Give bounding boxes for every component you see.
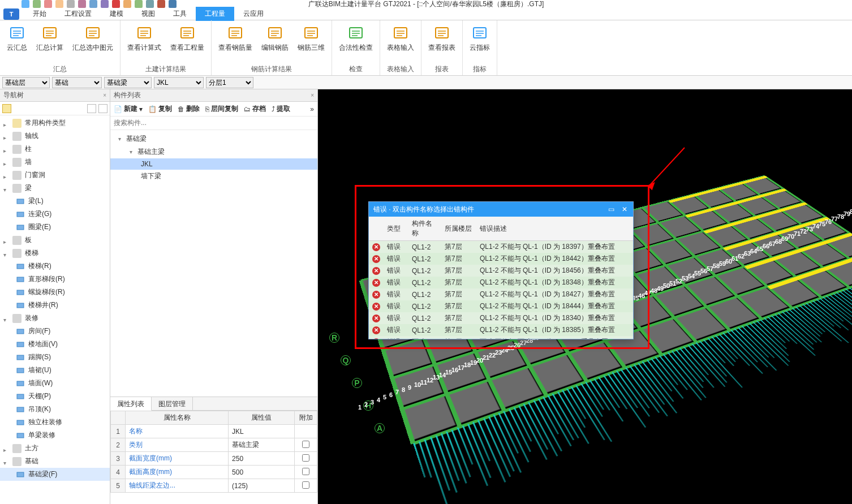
error-row[interactable]: ✕错误QL1-2第7层QL1-2 不能与 QL-1（ID 为 18444）重叠布… — [369, 300, 633, 312]
expand-icon[interactable] — [3, 160, 9, 165]
ribbon-btn-bar-3d[interactable]: 钢筋三维 — [295, 23, 327, 54]
component-search-input[interactable] — [110, 117, 317, 129]
layer-copy-button[interactable]: ⎘ 层间复制 — [205, 104, 238, 114]
nav-subitem-8-3[interactable]: 墙裙(U) — [0, 364, 110, 377]
qat-open-icon[interactable] — [55, 0, 63, 8]
qat-a1-icon[interactable] — [112, 0, 120, 8]
nav-view-grid-icon[interactable] — [98, 104, 107, 113]
component-tree-item-3[interactable]: 墙下梁 — [110, 170, 317, 183]
expand-icon[interactable] — [3, 238, 9, 243]
expand-icon[interactable] — [3, 173, 9, 178]
floor-select[interactable]: 基础层 — [2, 77, 50, 88]
expand-icon[interactable] — [3, 251, 9, 256]
error-row[interactable]: ✕错误QL1-2第7层QL1-2 不能与 QL-1（ID 为 18442）重叠布… — [369, 253, 633, 265]
extract-button[interactable]: ⤴ 提取 — [272, 104, 290, 114]
ribbon-btn-edit-bar[interactable]: 编辑钢筋 — [259, 23, 291, 54]
expand-icon[interactable] — [118, 135, 124, 140]
qat-a2-icon[interactable] — [123, 0, 131, 8]
prop-row-check[interactable] — [295, 452, 317, 466]
component-toolbar-more-icon[interactable]: » — [310, 105, 314, 113]
dialog-maximize-icon[interactable]: ▭ — [607, 205, 615, 213]
dialog-close-icon[interactable]: ✕ — [621, 205, 629, 213]
nav-subitem-5-2[interactable]: 圈梁(E) — [0, 221, 110, 234]
prop-row-value[interactable]: 250 — [229, 452, 295, 466]
ribbon-btn-sigma[interactable]: 汇总计算 — [34, 23, 66, 54]
nav-subitem-7-0[interactable]: 楼梯(R) — [0, 260, 110, 273]
app-logo[interactable]: T — [3, 8, 19, 20]
qat-a3-icon[interactable] — [135, 0, 143, 8]
qat-more-icon[interactable] — [67, 0, 75, 8]
error-row[interactable]: ✕错误面砖第7层面砖 不能与 面砖（ID 为 54993）重叠布置 — [369, 336, 633, 339]
type-select[interactable]: 基础梁 — [104, 77, 152, 88]
copy-button[interactable]: 📋 复制 — [148, 104, 172, 114]
nav-subitem-7-1[interactable]: 直形梯段(R) — [0, 273, 110, 286]
nav-item-8[interactable]: 装修 — [0, 312, 110, 325]
nav-item-6[interactable]: 板 — [0, 234, 110, 247]
nav-item-10[interactable]: 基础 — [0, 455, 110, 468]
error-row[interactable]: ✕错误QL1-2第7层QL1-2 不能与 QL-1（ID 为 18348）重叠布… — [369, 277, 633, 288]
property-tab-1[interactable]: 图层管理 — [152, 397, 193, 410]
prop-row-value[interactable]: 500 — [229, 466, 295, 479]
ribbon-btn-search-bar[interactable]: 查看钢筋量 — [216, 23, 255, 54]
nav-item-4[interactable]: 门窗洞 — [0, 169, 110, 182]
expand-icon[interactable] — [3, 133, 9, 139]
component-tree[interactable]: 基础梁基础主梁JKL墙下梁 — [110, 130, 317, 397]
expand-icon[interactable] — [3, 147, 9, 152]
nav-item-1[interactable]: 轴线 — [0, 130, 110, 143]
category-select[interactable]: 基础 — [52, 77, 102, 88]
tab-0[interactable]: 开始 — [24, 7, 55, 21]
component-tree-item-2[interactable]: JKL — [110, 158, 317, 170]
prop-row-value[interactable]: JKL — [229, 425, 295, 438]
nav-subitem-5-1[interactable]: 连梁(G) — [0, 208, 110, 221]
error-dialog-titlebar[interactable]: 错误 · 双击构件名称选择出错构件 ▭ ✕ — [369, 202, 633, 217]
tab-2[interactable]: 建模 — [101, 7, 132, 21]
ribbon-btn-calc[interactable]: 查看计算式 — [125, 23, 163, 54]
nav-item-0[interactable]: 常用构件类型 — [0, 117, 110, 130]
expand-icon[interactable] — [3, 446, 9, 451]
new-button[interactable]: 📄 新建 ▾ — [114, 104, 143, 114]
nav-subitem-8-5[interactable]: 天棚(P) — [0, 390, 110, 403]
component-tree-item-1[interactable]: 基础主梁 — [110, 145, 317, 158]
error-row[interactable]: ✕错误QL1-2第7层QL1-2 不能与 QL-1（ID 为 18340）重叠布… — [369, 312, 633, 324]
nav-tree[interactable]: 常用构件类型轴线柱墙门窗洞梁梁(L)连梁(G)圈梁(E)板楼梯楼梯(R)直形梯段… — [0, 115, 110, 504]
nav-subitem-7-2[interactable]: 螺旋梯段(R) — [0, 286, 110, 299]
tab-1[interactable]: 工程设置 — [55, 7, 101, 21]
prop-row-value[interactable]: (125) — [229, 479, 295, 493]
layer-select[interactable]: 分层1 — [206, 77, 253, 88]
ribbon-btn-cloud[interactable]: 云汇总 — [5, 23, 29, 54]
error-row[interactable]: ✕错误QL1-2第7层QL1-2 不能与 QL-1（ID 为 18385）重叠布… — [369, 324, 633, 336]
ribbon-btn-view[interactable]: 查看工程量 — [168, 23, 206, 54]
expand-icon[interactable] — [3, 316, 9, 321]
qat-a4-icon[interactable] — [146, 0, 154, 8]
qat-save-icon[interactable] — [21, 0, 29, 8]
expand-icon[interactable] — [3, 186, 9, 191]
tab-3[interactable]: 视图 — [132, 7, 164, 21]
component-select[interactable]: JKL — [154, 77, 204, 88]
nav-item-9[interactable]: 土方 — [0, 442, 110, 455]
expand-icon[interactable] — [130, 148, 135, 153]
property-tab-0[interactable]: 属性列表 — [110, 397, 152, 411]
nav-subitem-10-0[interactable]: 基础梁(F) — [0, 468, 110, 481]
expand-icon[interactable] — [3, 459, 9, 464]
nav-subitem-8-4[interactable]: 墙面(W) — [0, 377, 110, 390]
prop-row-check[interactable] — [295, 425, 317, 438]
error-row[interactable]: ✕错误QL1-2第7层QL1-2 不能与 QL-1（ID 为 18397）重叠布… — [369, 241, 633, 253]
ribbon-btn-cloud-idx[interactable]: 云指标 — [467, 23, 492, 54]
component-panel-close-icon[interactable]: × — [311, 92, 314, 98]
error-row[interactable]: ✕错误QL1-2第7层QL1-2 不能与 QL-1（ID 为 18427）重叠布… — [369, 288, 633, 300]
nav-item-5[interactable]: 梁 — [0, 182, 110, 195]
nav-subitem-5-0[interactable]: 梁(L) — [0, 195, 110, 208]
property-row[interactable]: 2类别基础主梁 — [111, 438, 317, 452]
qat-redo-icon[interactable] — [44, 0, 52, 8]
nav-subitem-8-2[interactable]: 踢脚(S) — [0, 351, 110, 364]
qat-a6-icon[interactable] — [169, 0, 177, 8]
nav-view-list-icon[interactable] — [87, 104, 96, 113]
ribbon-btn-table[interactable]: 表格输入 — [385, 23, 416, 54]
property-row[interactable]: 3截面宽度(mm)250 — [111, 452, 317, 466]
ribbon-btn-sigma-sel[interactable]: 汇总选中图元 — [70, 23, 115, 54]
nav-subitem-8-1[interactable]: 楼地面(V) — [0, 338, 110, 351]
archive-button[interactable]: 🗂 存档 — [244, 104, 266, 114]
nav-subitem-8-8[interactable]: 单梁装修 — [0, 429, 110, 442]
nav-subitem-8-7[interactable]: 独立柱装修 — [0, 416, 110, 429]
property-table[interactable]: 属性名称 属性值 附加 1名称JKL2类别基础主梁3截面宽度(mm)2504截面… — [110, 411, 317, 504]
